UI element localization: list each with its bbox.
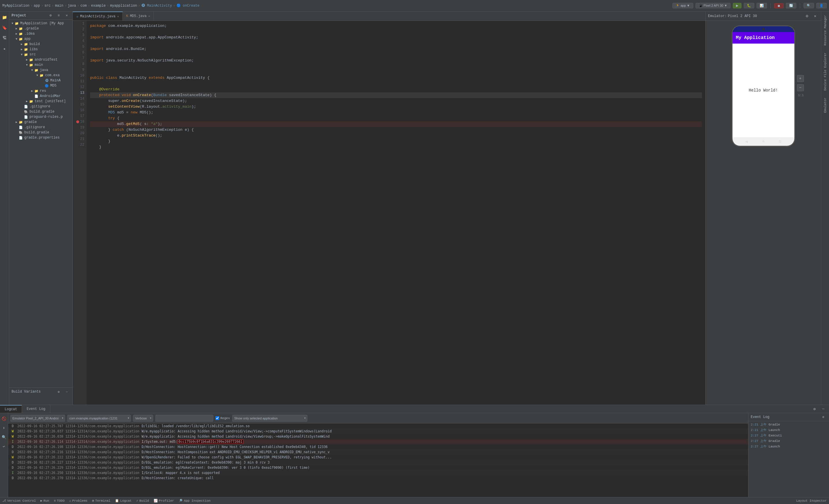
status-build[interactable]: ✓ Build [136,499,149,503]
logcat-filter-icon[interactable]: 🔍 [1,434,7,441]
tab-event-log[interactable]: Event Log [22,405,50,413]
tree-item-gradle-folder[interactable]: ▶ 📁 gradle [9,119,72,125]
phone-frame[interactable]: My Application Hello World! ◁ ○ □ [732,26,795,147]
logcat-regex-checkbox[interactable] [215,416,219,420]
status-version-control[interactable]: ⎇ Version Control [2,499,36,503]
tree-item-gitignore-app[interactable]: ▶ 📄 .gitignore [9,104,72,109]
status-terminal[interactable]: ⊞ Terminal [92,499,110,503]
debug-button[interactable]: 🐛 [744,3,754,8]
tab-md5-close[interactable]: ✕ [148,14,150,18]
tree-item-gradle-hidden[interactable]: ▶ 📁 .gradle [9,26,72,31]
code-content[interactable]: package com.example.myapplication; impor… [87,21,706,405]
tab-mainactivity-close[interactable]: ✕ [117,15,119,18]
tree-item-md5[interactable]: ▶ 🔵 MD5 [9,83,72,88]
favorites-icon[interactable]: ★ [1,45,8,52]
logcat-clear-icon[interactable]: 🚫 [1,415,7,422]
settings-button[interactable]: 👤 [816,3,827,8]
status-logcat[interactable]: 📋 Logcat [115,499,132,503]
logcat-content[interactable]: D 2022-09-16 02:27:25.787 12314-12538/co… [8,423,748,497]
status-profiler[interactable]: 📈 Profiler [154,499,174,503]
tree-item-proguard[interactable]: ▶ 📄 proguard-rules.p [9,114,72,119]
status-todo[interactable]: ≡ TODO [54,499,64,503]
close-panel-icon[interactable]: ✕ [63,12,70,19]
run-button[interactable]: ▶ [733,3,742,8]
gitignore-root-icon: 📄 [19,125,23,129]
vertical-tab-resource-manager[interactable]: Resource Manager [822,11,829,49]
logcat-settings-icon[interactable]: ⚙ [811,405,818,413]
logcat-search-input[interactable] [155,415,213,422]
tree-item-gitignore-root[interactable]: ▶ 📄 .gitignore [9,125,72,130]
breadcrumb-example[interactable]: example [91,4,105,8]
tree-item-gradle-properties[interactable]: ▶ 📄 gradle.properties [9,135,72,140]
breadcrumb-com[interactable]: com [80,4,87,8]
build-variants-settings-icon[interactable]: ⚙ [55,388,62,395]
breadcrumb-main[interactable]: main [55,4,63,8]
status-layout-inspector[interactable]: Layout Inspector [796,499,827,503]
breadcrumb-oncreate[interactable]: 🔵 onCreate [177,3,200,8]
profile-button[interactable]: 📊 [757,3,767,8]
vertical-tab-device-file-explorer[interactable]: Device File Explorer [822,49,829,94]
logcat-wrap-icon[interactable]: ↩ [1,443,7,450]
settings-icon-small[interactable]: ≡ [55,12,62,19]
emulator-zoom-out-btn[interactable]: − [797,84,804,91]
tree-item-libs[interactable]: ▶ 📁 libs [9,47,72,52]
logcat-minimize-icon[interactable]: — [820,405,827,413]
event-log-settings-icon[interactable]: ⚙ [820,414,827,421]
tree-item-androidmanifest[interactable]: ▶ 📄 AndroidMar [9,93,72,99]
tree-item-build[interactable]: ▶ 📁 build [9,42,72,47]
tree-item-buildgradle-app[interactable]: ▶ 🐘 build.gradle [9,109,72,114]
logcat-scroll-icon[interactable]: ⬇ [1,425,7,432]
structure-icon[interactable]: 🏗 [1,35,8,42]
logcat-level-select[interactable]: Verbose [133,415,153,422]
tree-item-idea[interactable]: ▶ 📁 .idea [9,31,72,36]
tab-mainactivity[interactable]: ☕ MainActivity.java ✕ [73,11,123,21]
status-problems[interactable]: ⚠ Problems [69,499,87,503]
app-selector-button[interactable]: 🏃 app ▼ [673,3,693,8]
idea-folder-icon: 📁 [19,32,23,36]
code-line-19: } catch (NoSuchAlgorithmException e) { [90,127,702,133]
logcat-show-only-select[interactable]: Show only selected application [232,415,307,422]
status-run[interactable]: ▶ Run [40,499,49,503]
tree-root[interactable]: ▼ 📁 MyApplication [My App [9,21,72,26]
breadcrumb-src[interactable]: src [44,4,51,8]
sync-button[interactable]: 🔄 [786,3,796,8]
build-variants-close-icon[interactable]: — [63,388,70,395]
emulator-settings-icon[interactable]: ⚙ [803,13,810,20]
tree-item-test[interactable]: ▶ 📁 test [unitTest] [9,99,72,104]
search-button[interactable]: 🔍 [803,3,814,8]
tree-item-main[interactable]: ▼ 📁 main [9,62,72,68]
breadcrumb-app[interactable]: MyApplication [2,4,30,8]
code-line-11 [90,81,702,87]
logcat-package-select[interactable]: com.example.myapplication (1231 [67,415,131,422]
breadcrumb-myapp[interactable]: myapplication [110,4,137,8]
tree-item-buildgradle-root[interactable]: ▶ 🐘 build.gradle [9,130,72,135]
phone-home-icon[interactable]: ○ [762,140,764,144]
device-selector-button[interactable]: 📱 Pixel 2 API 30 ▼ [695,3,731,8]
tab-md5[interactable]: K MD5.java ✕ [123,11,154,21]
tree-item-res[interactable]: ▶ 📁 res [9,88,72,93]
mainactivity-file-icon: 🅜 [44,78,49,83]
tree-item-src[interactable]: ▼ 📁 src [9,52,72,57]
tree-item-com[interactable]: ▼ 📁 com.exa [9,73,72,78]
phone-back-icon[interactable]: ◁ [746,140,748,144]
vertical-tab-emulator2[interactable]: Emulator [822,94,829,116]
emulator-zoom-in-btn[interactable]: + [797,75,804,82]
tree-item-app[interactable]: ▼ 📁 app [9,36,72,42]
bookmark-icon[interactable]: 🔖 [1,24,8,31]
tree-item-androidtest[interactable]: ▶ 📁 androidTest [9,57,72,62]
status-app-inspection[interactable]: 🔎 App Inspection [179,499,210,503]
project-icon[interactable]: 📁 [1,14,8,21]
breadcrumb-app2[interactable]: app [34,4,40,8]
tree-item-java[interactable]: ▼ 📁 java [9,68,72,73]
emulator-close-icon[interactable]: ✕ [812,13,819,20]
gear-icon[interactable]: ⚙ [47,12,54,19]
logcat-device-select[interactable]: Emulator Pixel_2_API_30 Androi [10,415,65,422]
breadcrumb-mainactivity[interactable]: 🅜 MainActivity [142,3,172,8]
stop-button[interactable]: ⏹ [774,3,784,8]
phone-recents-icon[interactable]: □ [779,140,781,144]
tab-logcat[interactable]: Logcat [0,405,22,413]
breadcrumb-java[interactable]: java [68,4,76,8]
log-text-10: I/Gralloc4: mapper 4.x is not supported [142,470,219,475]
tree-item-mainactivity[interactable]: ▶ 🅜 MainA [9,78,72,83]
androidtest-folder-icon: 📁 [29,57,34,62]
